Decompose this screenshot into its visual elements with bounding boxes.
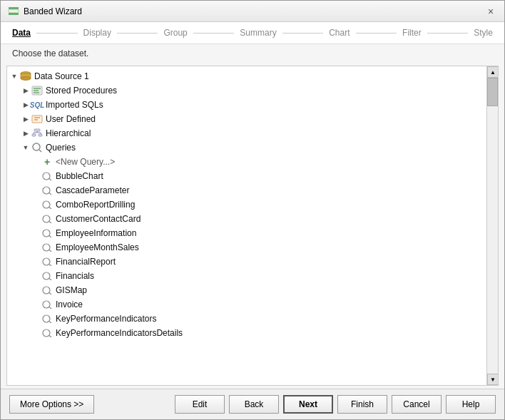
tree-node-new-query[interactable]: + <New Query...>	[7, 155, 486, 169]
svg-point-22	[43, 173, 50, 180]
step-divider-3	[193, 33, 235, 34]
expand-arrow-queries: ▼	[21, 143, 30, 152]
cascade-parameter-query-icon	[41, 185, 53, 196]
stored-procedures-icon	[31, 85, 43, 96]
svg-line-21	[39, 150, 41, 152]
financials-label: Financials	[56, 271, 94, 281]
employee-information-query-icon	[41, 227, 53, 239]
step-display[interactable]: Display	[83, 28, 111, 38]
user-defined-label: User Defined	[46, 114, 96, 124]
tree-node-kpi-details[interactable]: KeyPerformanceIndicatorsDetails	[7, 326, 486, 340]
kpi-label: KeyPerformanceIndicators	[56, 314, 156, 324]
expand-arrow-hier: ▶	[21, 129, 30, 138]
step-summary[interactable]: Summary	[240, 28, 276, 38]
svg-point-44	[43, 329, 50, 337]
datasource1-label: Data Source 1	[34, 71, 89, 81]
kpi-query-icon	[41, 313, 53, 324]
svg-point-28	[43, 215, 50, 222]
scrollbar[interactable]: ▲ ▼	[486, 66, 498, 385]
imported-sqls-icon: SQL	[31, 99, 43, 111]
svg-rect-19	[39, 134, 42, 136]
invoice-label: Invoice	[56, 299, 83, 309]
tree-node-employee-month-sales[interactable]: EmployeeMonthSales	[7, 240, 486, 255]
new-query-label: <New Query...>	[56, 157, 115, 167]
tree-node-gis-map[interactable]: GISMap	[7, 283, 486, 297]
tree-node-customer-contact-card[interactable]: CustomerContactCard	[7, 212, 486, 226]
tree-node-imported-sqls[interactable]: ▶ SQL Imported SQLs	[7, 98, 486, 112]
kpi-details-query-icon	[41, 327, 53, 339]
tree-node-cascade-parameter[interactable]: CascadeParameter	[7, 183, 486, 198]
tree-node-employee-information[interactable]: EmployeeInformation	[7, 226, 486, 240]
tree-node-stored-procedures[interactable]: ▶ Stored Procedures	[7, 83, 486, 98]
svg-rect-0	[9, 7, 19, 9]
step-divider-5	[356, 33, 397, 34]
step-data[interactable]: Data	[12, 28, 31, 38]
step-divider-1	[36, 33, 78, 34]
customer-contact-query-icon	[41, 213, 53, 225]
svg-point-42	[43, 315, 50, 322]
financial-report-query-icon	[41, 256, 53, 267]
tree-node-financial-report[interactable]: FinancialReport	[7, 255, 486, 269]
svg-line-27	[49, 208, 51, 210]
svg-point-26	[43, 201, 50, 208]
step-divider-4	[282, 33, 324, 34]
svg-line-29	[49, 222, 51, 224]
scroll-up-button[interactable]: ▲	[487, 66, 499, 78]
step-style[interactable]: Style	[474, 28, 493, 38]
tree-node-combo-report-drilling[interactable]: ComboReportDrilling	[7, 198, 486, 212]
user-defined-icon	[31, 113, 43, 125]
financial-report-label: FinancialReport	[56, 257, 116, 267]
svg-point-5	[21, 77, 31, 81]
step-divider-2	[117, 33, 158, 34]
employee-month-sales-query-icon	[41, 242, 53, 253]
step-filter[interactable]: Filter	[402, 28, 422, 38]
svg-point-20	[33, 143, 40, 150]
tree-node-datasource1[interactable]: ▼ Data Source 1	[7, 69, 486, 83]
close-button[interactable]: ×	[484, 5, 497, 18]
step-group[interactable]: Group	[163, 28, 187, 38]
step-chart[interactable]: Chart	[329, 28, 350, 38]
scroll-down-button[interactable]: ▼	[487, 374, 499, 385]
more-options-button[interactable]: More Options >>	[9, 395, 94, 414]
svg-rect-1	[9, 10, 19, 12]
scrollbar-thumb[interactable]	[487, 78, 498, 106]
step-divider-6	[427, 33, 469, 34]
tree-scroll-area[interactable]: ▼ Data Source 1 ▶	[7, 66, 486, 385]
tree-node-user-defined[interactable]: ▶ User Defined	[7, 112, 486, 126]
tree-node-kpi[interactable]: KeyPerformanceIndicators	[7, 312, 486, 326]
tree-node-bubble-chart[interactable]: BubbleChart	[7, 169, 486, 183]
tree-node-hierarchical[interactable]: ▶ Hierarchical	[7, 126, 486, 140]
svg-line-33	[49, 250, 51, 252]
tree-node-queries[interactable]: ▼ Queries	[7, 140, 486, 155]
edit-button[interactable]: Edit	[175, 395, 225, 414]
hierarchical-label: Hierarchical	[46, 128, 91, 138]
invoice-query-icon	[41, 299, 53, 310]
cancel-button[interactable]: Cancel	[392, 395, 442, 414]
svg-rect-2	[9, 13, 19, 15]
tree-node-financials[interactable]: Financials	[7, 269, 486, 283]
svg-point-24	[43, 187, 50, 194]
imported-sqls-label: Imported SQLs	[46, 100, 103, 110]
bubble-chart-query-icon	[41, 170, 53, 182]
employee-information-label: EmployeeInformation	[56, 228, 136, 238]
stored-procedures-label: Stored Procedures	[46, 86, 117, 96]
gis-map-query-icon	[41, 285, 53, 296]
datasource-icon	[20, 71, 31, 82]
expand-arrow-sp: ▶	[21, 86, 30, 95]
footer: More Options >> Edit Back Next Finish Ca…	[1, 389, 504, 419]
dataset-tree: ▼ Data Source 1 ▶	[6, 66, 499, 386]
tree-node-invoice[interactable]: Invoice	[7, 297, 486, 312]
hierarchical-icon	[31, 128, 43, 139]
finish-button[interactable]: Finish	[337, 395, 387, 414]
choose-dataset-text: Choose the dataset.	[1, 44, 504, 63]
back-button[interactable]: Back	[229, 395, 279, 414]
bubble-chart-label: BubbleChart	[56, 171, 103, 181]
svg-line-43	[49, 322, 51, 324]
next-button[interactable]: Next	[283, 395, 333, 414]
svg-point-38	[43, 287, 50, 294]
scrollbar-thumb-area	[487, 78, 498, 374]
queries-label: Queries	[46, 143, 76, 153]
title-bar: Banded Wizard ×	[1, 1, 504, 22]
kpi-details-label: KeyPerformanceIndicatorsDetails	[56, 328, 183, 338]
help-button[interactable]: Help	[446, 395, 496, 414]
